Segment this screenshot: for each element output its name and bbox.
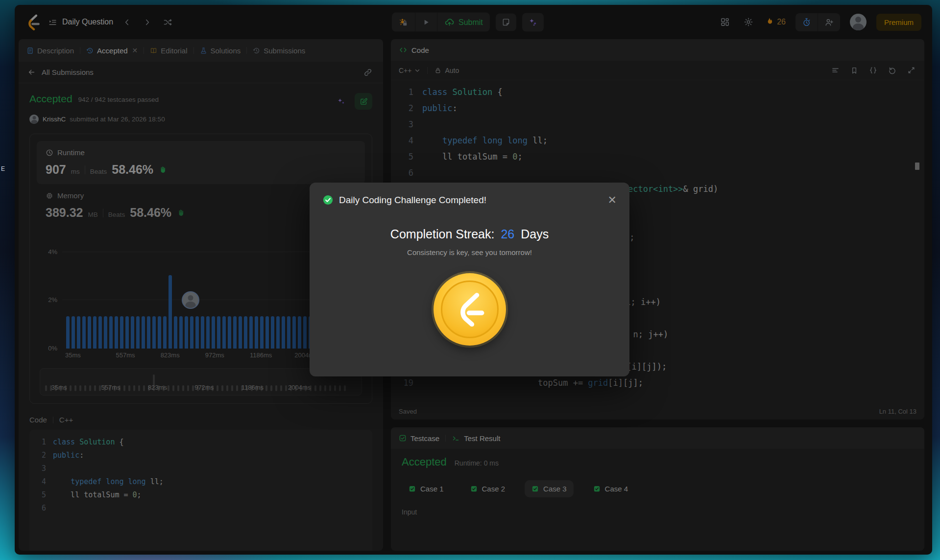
- streak-unit: Days: [521, 227, 549, 241]
- streak-subtitle: Consistency is key, see you tomorrow!: [310, 248, 629, 257]
- check-circle-icon: [322, 194, 334, 206]
- leetcode-coin-logo-icon: [454, 292, 485, 327]
- streak-value: 26: [501, 227, 514, 241]
- close-icon[interactable]: ✕: [608, 195, 617, 206]
- modal-title: Daily Coding Challenge Completed!: [339, 195, 486, 206]
- streak-line: Completion Streak: 26 Days: [310, 227, 629, 241]
- streak-label: Completion Streak:: [390, 227, 495, 241]
- app-window: Daily Question: [15, 5, 932, 555]
- leetcoin-badge: [434, 273, 506, 346]
- desktop-icon-label: E: [1, 165, 5, 172]
- daily-challenge-modal: Daily Coding Challenge Completed! ✕ Comp…: [310, 183, 629, 376]
